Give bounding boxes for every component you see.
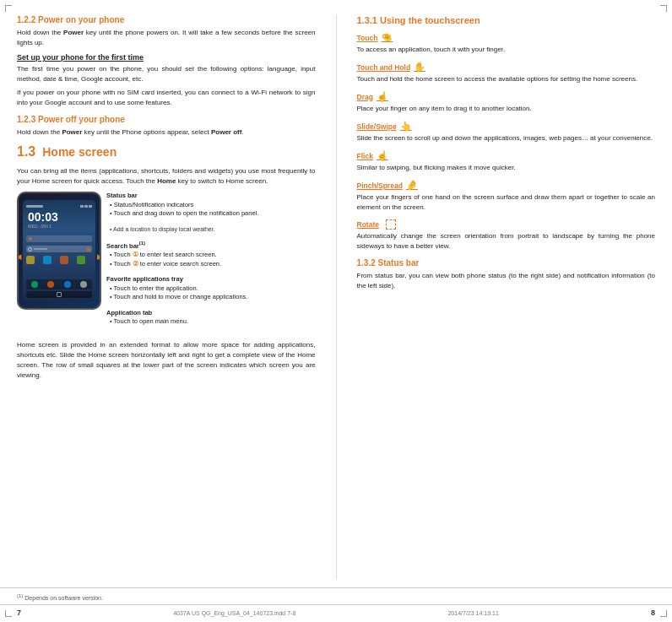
drag-icon: ☝️ bbox=[377, 91, 388, 102]
touch-item-flick: Flick ☝️ Similar to swiping, but flickin… bbox=[357, 150, 656, 173]
section-131-heading: 1.3.1 Using the touchscreen bbox=[357, 15, 656, 25]
touch-item-touch: Touch 🤏 To access an application, touch … bbox=[357, 32, 656, 55]
section-132-text: From status bar, you can view both phone… bbox=[357, 271, 656, 291]
rotate-icon bbox=[386, 219, 396, 230]
pinch-label: Pinch/Spread bbox=[357, 181, 403, 190]
phone-mockup: 00:03 WED, JAN 1 bbox=[17, 192, 101, 310]
touch-title-slide: Slide/Swipe 👆 bbox=[357, 121, 656, 132]
section-132: 1.3.2 Status bar From status bar, you ca… bbox=[357, 258, 656, 291]
search-bar-bullets: Touch ① to enter text search screen. Tou… bbox=[106, 251, 316, 268]
label-fav-tray: Favorite applications tray Touch to ente… bbox=[106, 275, 316, 302]
touch-hold-label: Touch and Hold bbox=[357, 63, 411, 72]
touch-title-flick: Flick ☝️ bbox=[357, 150, 656, 161]
power-on-text: Hold down the Power key until the phone … bbox=[17, 28, 316, 48]
phone-screen: 00:03 WED, JAN 1 bbox=[23, 200, 95, 301]
slide-icon: 👆 bbox=[400, 121, 412, 132]
section-13-num: 1.3 bbox=[17, 144, 35, 160]
left-page-number: 7 bbox=[17, 608, 21, 617]
label-search-bar: Search bar(1) Touch ① to enter text sear… bbox=[106, 240, 316, 268]
fav-tray-bullets: Touch to enter the application. Touch an… bbox=[106, 284, 316, 302]
section-13-intro: You can bring all the items (application… bbox=[17, 166, 316, 187]
touch-desc-touch: To access an application, touch it with … bbox=[357, 45, 656, 55]
touch-hold-icon: ✋ bbox=[414, 62, 425, 73]
app-tab-bullets: Touch to open main menu. bbox=[106, 317, 316, 327]
arrow-left-icon: ◀ bbox=[17, 252, 21, 260]
touch-item-drag: Drag ☝️ Place your finger on any item to… bbox=[357, 91, 656, 114]
section-122: 1.2.2 Power on your phone Hold down the … bbox=[17, 15, 316, 108]
page-footer: 7 4037A US QG_Eng_USA_04_140723.indd 7-8… bbox=[0, 604, 672, 622]
power-on-bold: Power bbox=[63, 29, 84, 36]
touch-item-pinch: Pinch/Spread 🤌 Place your fingers of one… bbox=[357, 180, 656, 213]
fav-tray-bullet-2: Touch and hold to move or change applica… bbox=[110, 293, 316, 302]
section-122-heading: 1.2.2 Power on your phone bbox=[17, 15, 316, 24]
pinch-icon: 🤌 bbox=[406, 180, 418, 191]
right-column: 1.3.1 Using the touchscreen Touch 🤏 To a… bbox=[357, 15, 656, 579]
corner-tr bbox=[660, 5, 667, 12]
corner-tl bbox=[5, 5, 12, 12]
section-13-title: Home screen bbox=[42, 145, 117, 159]
app-tab-bullet-1: Touch to open main menu. bbox=[110, 317, 316, 327]
main-content: 1.2.2 Power on your phone Hold down the … bbox=[0, 0, 672, 587]
touch-desc-drag: Place your finger on any item to drag it… bbox=[357, 104, 656, 114]
home-key-bold: Home bbox=[157, 177, 176, 185]
footnote-area: (1) Depends on software version. bbox=[0, 587, 672, 604]
corner-br bbox=[660, 610, 667, 617]
rotate-label: Rotate bbox=[357, 220, 379, 229]
page-container: 1.2.2 Power on your phone Hold down the … bbox=[0, 0, 672, 622]
setup-text1: The first time you power on the phone, y… bbox=[17, 64, 316, 84]
setup-heading: Set up your phone for the first time bbox=[17, 53, 316, 62]
touch-title-rotate: Rotate bbox=[357, 219, 656, 230]
print-info: 4037A US QG_Eng_USA_04_140723.indd 7-8 bbox=[173, 610, 295, 616]
diagram-area: 00:03 WED, JAN 1 bbox=[17, 192, 316, 333]
app-tab-label-title: Application tab bbox=[106, 309, 316, 318]
flick-label: Flick bbox=[357, 152, 373, 160]
corner-bl bbox=[5, 610, 12, 617]
touch-item-slide: Slide/Swipe 👆 Slide the screen to scroll… bbox=[357, 121, 656, 143]
status-bar-bullet-2: Touch and drag down to open the notifica… bbox=[110, 209, 316, 219]
search-bar-label-title: Search bar(1) bbox=[106, 240, 316, 251]
arrow-right-icon: ▶ bbox=[97, 252, 101, 260]
section-131: 1.3.1 Using the touchscreen Touch 🤏 To a… bbox=[357, 15, 656, 252]
section-132-heading: 1.3.2 Status bar bbox=[357, 258, 656, 268]
section-123: 1.2.3 Power off your phone Hold down the… bbox=[17, 115, 316, 138]
touch-desc-rotate: Automatically change the screen orientat… bbox=[357, 231, 656, 252]
left-column: 1.2.2 Power on your phone Hold down the … bbox=[17, 15, 316, 579]
home-screen-bottom-text: Home screen is provided in an extended f… bbox=[17, 340, 316, 381]
diagram-labels: Status bar Status/Notification indicator… bbox=[106, 192, 316, 333]
status-bar-label-title: Status bar bbox=[106, 192, 316, 201]
date-info: 2014/7/23 14:19:11 bbox=[447, 610, 498, 616]
section-13: 1.3 Home screen You can bring all the it… bbox=[17, 144, 316, 381]
search-bar-bullet-1: Touch ① to enter text search screen. bbox=[110, 251, 316, 260]
flick-icon: ☝️ bbox=[377, 150, 388, 161]
phone-date: WED, JAN 1 bbox=[28, 224, 51, 229]
touch-title-drag: Drag ☝️ bbox=[357, 91, 656, 102]
touch-item-rotate: Rotate Automatically change the screen o… bbox=[357, 219, 656, 252]
drag-label: Drag bbox=[357, 93, 373, 101]
touch-label: Touch bbox=[357, 34, 378, 42]
column-divider bbox=[336, 15, 337, 579]
section-123-heading: 1.2.3 Power off your phone bbox=[17, 115, 316, 124]
fav-tray-label-title: Favorite applications tray bbox=[106, 275, 316, 284]
search-superscript: (1) bbox=[139, 241, 145, 246]
fav-tray-bullet-1: Touch to enter the application. bbox=[110, 284, 316, 294]
touch-desc-pinch: Place your fingers of one hand on the sc… bbox=[357, 192, 656, 213]
setup-text2: If you power on your phone with no SIM c… bbox=[17, 88, 316, 108]
label-app-tab: Application tab Touch to open main menu. bbox=[106, 309, 316, 327]
touch-title-hold: Touch and Hold ✋ bbox=[357, 62, 656, 73]
phone-time: 00:03 bbox=[28, 210, 58, 224]
power-off-bold2: Power off bbox=[211, 128, 241, 136]
status-bar-bullets: Status/Notification indicators Touch and… bbox=[106, 201, 316, 219]
power-off-bold: Power bbox=[62, 128, 82, 136]
footnote-superscript: (1) bbox=[17, 593, 23, 598]
status-bar-bullet-1: Status/Notification indicators bbox=[110, 201, 316, 210]
label-weather: • Add a location to display local weathe… bbox=[106, 225, 316, 234]
touch-item-hold: Touch and Hold ✋ Touch and hold the home… bbox=[357, 62, 656, 84]
touch-desc-slide: Slide the screen to scroll up and down t… bbox=[357, 133, 656, 143]
power-off-text: Hold down the Power key until the Phone … bbox=[17, 127, 316, 138]
slide-label: Slide/Swipe bbox=[357, 122, 397, 131]
right-page-number: 8 bbox=[651, 608, 655, 617]
touch-icon-hand: 🤏 bbox=[381, 32, 393, 43]
touch-desc-hold: Touch and hold the home screen to access… bbox=[357, 74, 656, 84]
touch-desc-flick: Similar to swiping, but flicking makes i… bbox=[357, 163, 656, 173]
touch-title-pinch: Pinch/Spread 🤌 bbox=[357, 180, 656, 191]
